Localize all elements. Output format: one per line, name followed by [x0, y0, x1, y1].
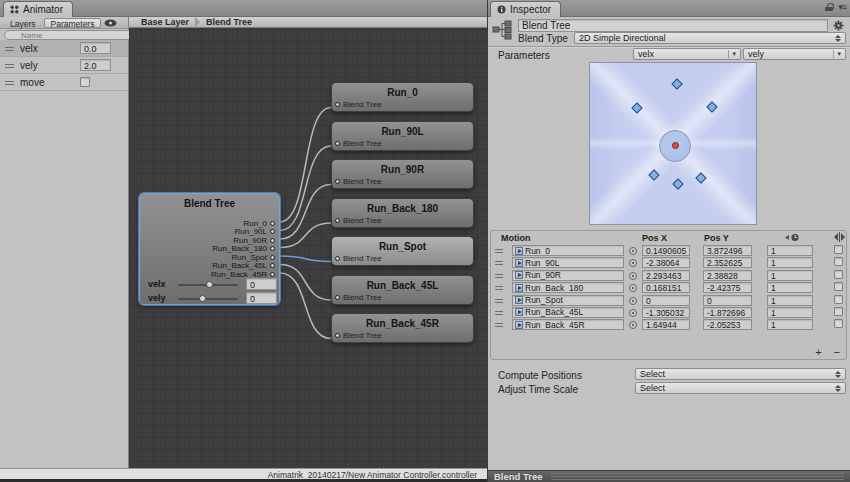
speed-field[interactable]: 1 [767, 282, 813, 293]
adjust-time-scale-dropdown[interactable]: Select [635, 382, 846, 394]
object-picker-icon[interactable] [629, 297, 637, 305]
motion-object-field[interactable]: Run_Back_45L [512, 307, 624, 318]
motion-point-diamond[interactable] [696, 173, 707, 184]
remove-motion-button[interactable]: − [834, 347, 840, 357]
pos-y-field[interactable]: 2.352625 [703, 257, 752, 268]
pos-x-field[interactable]: 2.293463 [642, 270, 690, 281]
blend-tree-node[interactable]: Blend Tree Run_0Run_90LRun_90RRun_Back_1… [139, 193, 280, 305]
compute-positions-dropdown[interactable]: Select [635, 368, 846, 380]
tab-inspector[interactable]: Inspector [490, 1, 561, 17]
motion-node[interactable]: Run_90LBlend Tree [331, 121, 474, 151]
drag-handle-icon[interactable] [495, 249, 503, 253]
motion-node[interactable]: Run_0Blend Tree [331, 82, 474, 112]
pos-x-field[interactable]: 0 [642, 295, 690, 306]
motion-object-field[interactable]: Run_90L [512, 257, 624, 268]
pos-y-field[interactable]: -2.05253 [703, 319, 752, 330]
pos-x-field[interactable]: -1.305032 [642, 307, 690, 318]
mirror-checkbox[interactable] [834, 295, 843, 304]
wire-highlighted[interactable] [280, 256, 331, 262]
object-picker-icon[interactable] [629, 309, 637, 317]
pos-x-field[interactable]: 0.1490605 [642, 245, 690, 256]
blend-space-diagram[interactable] [589, 62, 757, 225]
drag-handle-icon[interactable] [495, 311, 503, 315]
wire[interactable] [280, 108, 331, 223]
breadcrumb-item[interactable]: Base Layer [137, 17, 193, 27]
slider-thumb[interactable] [206, 281, 213, 288]
lock-icon[interactable] [825, 3, 833, 11]
motion-node[interactable]: Run_SpotBlend Tree [331, 236, 474, 266]
object-picker-icon[interactable] [629, 247, 637, 255]
input-port-icon[interactable] [335, 141, 340, 146]
object-picker-icon[interactable] [629, 284, 637, 292]
preview-grip-handle[interactable] [551, 473, 844, 480]
add-motion-button[interactable]: + [815, 347, 821, 357]
output-port-icon[interactable] [270, 238, 275, 243]
preview-bar[interactable]: Blend Tree [488, 470, 850, 482]
mirror-checkbox[interactable] [834, 245, 843, 254]
motion-node[interactable]: Run_Back_45RBlend Tree [331, 313, 474, 343]
pos-y-field[interactable]: -1.872696 [703, 307, 752, 318]
slider-value-field[interactable]: 0 [246, 278, 277, 290]
motion-object-field[interactable]: Run_Spot [512, 295, 624, 306]
wire[interactable] [280, 185, 331, 240]
mirror-checkbox[interactable] [834, 307, 843, 316]
pos-y-field[interactable]: 0 [703, 295, 752, 306]
motion-node[interactable]: Run_Back_45LBlend Tree [331, 275, 474, 305]
slider-track[interactable] [178, 298, 238, 300]
output-port-icon[interactable] [270, 263, 275, 268]
motion-point-diamond[interactable] [672, 179, 683, 190]
output-port-icon[interactable] [270, 221, 275, 226]
drag-handle-icon[interactable] [5, 81, 14, 85]
input-port-icon[interactable] [335, 295, 340, 300]
drag-handle-icon[interactable] [495, 286, 503, 290]
output-port-icon[interactable] [270, 255, 275, 260]
search-input[interactable] [4, 30, 136, 40]
output-port-icon[interactable] [270, 246, 275, 251]
object-picker-icon[interactable] [629, 321, 637, 329]
wire[interactable] [280, 146, 331, 231]
parameter-row[interactable]: vely2.0 [0, 57, 128, 74]
mirror-checkbox[interactable] [834, 270, 843, 279]
pos-x-field[interactable]: 0.168151 [642, 282, 690, 293]
blend-tree-graph[interactable]: Base LayerBlend Tree Blend Tree Run_0Run… [129, 17, 487, 468]
output-port-icon[interactable] [270, 229, 275, 234]
motion-point-diamond[interactable] [672, 78, 683, 89]
preview-position-dot[interactable] [672, 142, 679, 149]
input-port-icon[interactable] [335, 102, 340, 107]
wire[interactable] [280, 265, 331, 301]
speed-field[interactable]: 1 [767, 270, 813, 281]
speed-field[interactable]: 1 [767, 319, 813, 330]
tab-menu-icon[interactable]: ▾≡ [838, 2, 846, 12]
drag-handle-icon[interactable] [495, 299, 503, 303]
speed-field[interactable]: 1 [767, 295, 813, 306]
drag-handle-icon[interactable] [495, 274, 503, 278]
wire[interactable] [280, 223, 331, 248]
pos-x-field[interactable]: -2.38064 [642, 257, 690, 268]
output-port-icon[interactable] [270, 272, 275, 277]
input-port-icon[interactable] [335, 218, 340, 223]
drag-handle-icon[interactable] [495, 261, 503, 265]
input-port-icon[interactable] [335, 256, 340, 261]
param-y-dropdown[interactable]: vely ▾ [743, 48, 846, 60]
param-x-dropdown[interactable]: velx ▾ [633, 48, 741, 60]
mirror-checkbox[interactable] [834, 319, 843, 328]
layers-tab[interactable]: Layers [3, 18, 43, 28]
motion-object-field[interactable]: Run_Back_45R [512, 319, 624, 330]
drag-handle-icon[interactable] [495, 323, 503, 327]
object-picker-icon[interactable] [629, 272, 637, 280]
input-port-icon[interactable] [335, 333, 340, 338]
pos-y-field[interactable]: 3.872496 [703, 245, 752, 256]
tab-animator[interactable]: Animator [3, 1, 73, 17]
motion-point-diamond[interactable] [706, 102, 717, 113]
parameter-value-field[interactable]: 0.0 [80, 42, 111, 54]
slider-value-field[interactable]: 0 [246, 292, 277, 304]
mirror-checkbox[interactable] [834, 257, 843, 266]
pos-x-field[interactable]: 1.64944 [642, 319, 690, 330]
blend-tree-name-field[interactable] [518, 19, 828, 32]
mirror-checkbox[interactable] [834, 282, 843, 291]
motion-point-diamond[interactable] [648, 170, 659, 181]
speed-field[interactable]: 1 [767, 307, 813, 318]
motion-object-field[interactable]: Run_Back_180 [512, 282, 624, 293]
eye-icon[interactable] [104, 19, 117, 27]
pos-y-field[interactable]: 2.38828 [703, 270, 752, 281]
